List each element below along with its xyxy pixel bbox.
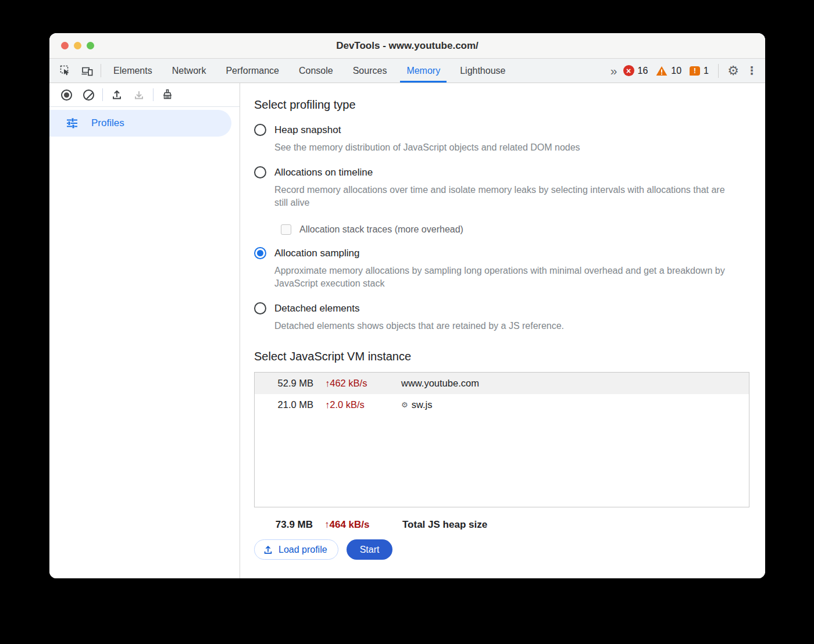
issues-count: 1 <box>704 66 709 76</box>
record-profile-icon[interactable] <box>56 85 76 105</box>
settings-separator <box>718 64 719 78</box>
action-buttons: Load profile Start <box>254 539 749 560</box>
window-title: DevTools - www.youtube.com/ <box>49 40 765 52</box>
tab-elements[interactable]: Elements <box>103 59 162 83</box>
profiling-type-heading: Select profiling type <box>254 98 749 112</box>
option-description: Approximate memory allocations by sampli… <box>274 264 749 290</box>
issues-badge[interactable]: ! 1 <box>690 66 712 76</box>
titlebar: DevTools - www.youtube.com/ <box>49 33 765 59</box>
vm-rate: ↑2.0 kB/s <box>325 399 389 410</box>
more-tabs-icon[interactable]: » <box>606 64 621 78</box>
devtools-tabbar: Elements Network Performance Console Sou… <box>49 59 765 83</box>
tab-console[interactable]: Console <box>289 59 343 83</box>
warning-count: 10 <box>671 66 681 76</box>
radio-detached-elements[interactable]: Detached elements <box>254 302 749 314</box>
vm-size: 52.9 MB <box>255 378 313 389</box>
upload-profile-icon[interactable] <box>107 85 127 105</box>
radio-icon <box>254 166 266 178</box>
radio-icon <box>254 124 266 136</box>
upload-icon <box>263 545 273 555</box>
maximize-window-button[interactable] <box>87 42 94 49</box>
radio-selected-icon <box>254 247 266 259</box>
warning-badge[interactable]: 10 <box>656 66 685 76</box>
option-description: Record memory allocations over time and … <box>274 184 734 209</box>
option-description: See the memory distribution of JavaScrip… <box>274 141 749 154</box>
total-size: 73.9 MB <box>254 519 313 531</box>
toolbar-separator <box>153 88 153 101</box>
toolbar-separator <box>102 88 103 101</box>
profiles-tune-icon <box>66 117 78 130</box>
panel-tabs: Elements Network Performance Console Sou… <box>103 59 515 83</box>
worker-gear-icon: ⚙ <box>401 400 408 409</box>
devtools-window: DevTools - www.youtube.com/ Elements Net… <box>49 33 765 578</box>
tab-lighthouse[interactable]: Lighthouse <box>450 59 515 83</box>
vm-row-youtube[interactable]: 52.9 MB ↑462 kB/s www.youtube.com <box>255 373 749 394</box>
tabbar-right-cluster: » × 16 10 ! 1 ⚙ ⋮ <box>606 59 765 83</box>
radio-allocation-sampling[interactable]: Allocation sampling <box>254 247 749 259</box>
option-detached-elements: Detached elements Detached elements show… <box>254 302 749 332</box>
vm-row-swjs[interactable]: 21.0 MB ↑2.0 kB/s ⚙ sw.js <box>255 394 749 416</box>
total-label: Total JS heap size <box>402 519 749 531</box>
profiles-toolbar <box>49 83 240 107</box>
memory-panel: Select profiling type Heap snapshot See … <box>240 83 765 578</box>
error-icon: × <box>623 65 634 76</box>
minimize-window-button[interactable] <box>74 42 81 49</box>
tabbar-separator <box>101 64 101 77</box>
load-profile-label: Load profile <box>279 545 327 555</box>
vm-instance-heading: Select JavaScript VM instance <box>254 350 749 363</box>
tab-performance[interactable]: Performance <box>216 59 289 83</box>
radio-allocations-timeline[interactable]: Allocations on timeline <box>254 166 749 178</box>
allocation-stack-traces-checkbox[interactable]: Allocation stack traces (more overhead) <box>281 224 749 235</box>
vm-instance-table: 52.9 MB ↑462 kB/s www.youtube.com 21.0 M… <box>254 372 749 507</box>
sidebar-item-profiles[interactable]: Profiles <box>49 110 231 137</box>
checkbox-icon <box>281 224 291 235</box>
error-count: 16 <box>638 66 648 76</box>
tab-network[interactable]: Network <box>162 59 216 83</box>
issue-icon: ! <box>690 66 700 76</box>
vm-rate: ↑462 kB/s <box>325 378 389 389</box>
clear-all-broom-icon[interactable] <box>158 85 177 105</box>
option-description: Detached elements shows objects that are… <box>274 320 749 332</box>
download-profile-icon[interactable] <box>129 85 149 105</box>
start-button[interactable]: Start <box>347 539 393 560</box>
radio-heap-snapshot[interactable]: Heap snapshot <box>254 124 749 136</box>
error-badge[interactable]: × 16 <box>623 65 652 76</box>
load-profile-button[interactable]: Load profile <box>254 539 338 560</box>
traffic-lights <box>61 42 94 49</box>
warning-icon <box>656 66 667 76</box>
settings-gear-icon[interactable]: ⚙ <box>722 63 744 78</box>
option-allocations-timeline: Allocations on timeline Record memory al… <box>254 166 749 235</box>
profiles-label: Profiles <box>91 117 124 129</box>
option-heap-snapshot: Heap snapshot See the memory distributio… <box>254 124 749 154</box>
device-toolbar-icon[interactable] <box>76 59 98 83</box>
close-window-button[interactable] <box>61 42 69 49</box>
vm-size: 21.0 MB <box>255 399 313 410</box>
vm-name: ⚙ sw.js <box>401 399 749 410</box>
inspect-element-icon[interactable] <box>54 59 76 83</box>
clear-profiles-icon[interactable] <box>78 85 98 105</box>
tab-memory[interactable]: Memory <box>397 59 450 83</box>
kebab-menu-icon[interactable]: ⋮ <box>744 64 759 77</box>
total-rate: ↑464 kB/s <box>324 519 390 531</box>
memory-sidebar: Profiles <box>49 83 240 578</box>
vm-name: www.youtube.com <box>401 378 749 389</box>
option-allocation-sampling: Allocation sampling Approximate memory a… <box>254 247 749 290</box>
total-heap-row: 73.9 MB ↑464 kB/s Total JS heap size <box>254 519 749 531</box>
radio-icon <box>254 302 266 314</box>
tab-sources[interactable]: Sources <box>343 59 397 83</box>
